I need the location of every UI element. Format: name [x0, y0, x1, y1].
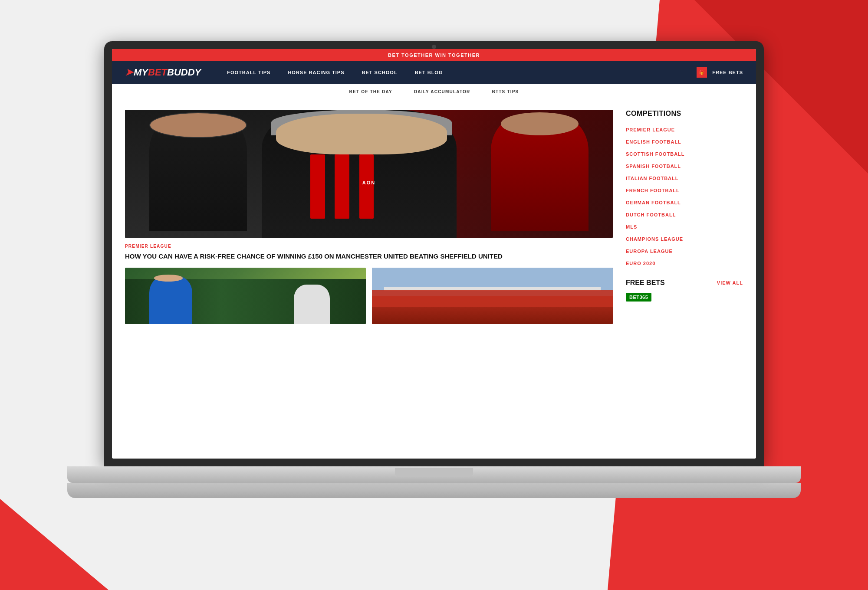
free-bets-section: FREE BETS VIEW ALL BET365 [626, 279, 743, 302]
laptop-base [67, 466, 801, 483]
top-bar-text: BET TOGETHER WIN TOGETHER [388, 52, 480, 58]
view-all-link[interactable]: VIEW ALL [717, 280, 743, 285]
competition-item: ENGLISH FOOTBALL [626, 138, 743, 145]
free-bets-title: FREE BETS [626, 279, 665, 287]
laptop-container: BET TOGETHER WIN TOGETHER ➤ MY BET BUDDY… [67, 41, 801, 531]
competition-item: PREMIER LEAGUE [626, 125, 743, 133]
competition-item: EURO 2020 [626, 259, 743, 267]
competition-scottish-football[interactable]: SCOTTISH FOOTBALL [626, 151, 685, 157]
nav-right: 🎁 FREE BETS [697, 67, 743, 78]
sidebar: COMPETITIONS PREMIER LEAGUE ENGLISH FOOT… [626, 110, 743, 324]
subnav-bet-of-the-day[interactable]: BET OF THE DAY [349, 89, 392, 94]
competition-item: DUTCH FOOTBALL [626, 210, 743, 218]
competition-dutch-football[interactable]: DUTCH FOOTBALL [626, 212, 676, 217]
competition-item: SPANISH FOOTBALL [626, 162, 743, 170]
logo-buddy: BUDDY [167, 67, 201, 78]
nav-link-football-tips[interactable]: FOOTBALL TIPS [227, 70, 270, 75]
subnav-daily-accumulator[interactable]: DAILY ACCUMULATOR [414, 89, 470, 94]
logo-bet: BET [148, 67, 167, 78]
main-content: AON PREMIER LEAGUE HOW YOU CAN HAVE A RI… [112, 100, 756, 334]
competition-item: CHAMPIONS LEAGUE [626, 235, 743, 243]
subnav-btts-tips[interactable]: BTTS TIPS [492, 89, 519, 94]
free-bets-icon: 🎁 [697, 67, 707, 78]
competition-europa-league[interactable]: EUROPA LEAGUE [626, 249, 673, 254]
competition-spanish-football[interactable]: SPANISH FOOTBALL [626, 164, 681, 169]
competition-italian-football[interactable]: ITALIAN FOOTBALL [626, 176, 679, 181]
competition-french-football[interactable]: FRENCH FOOTBALL [626, 188, 680, 193]
featured-image: AON [125, 110, 613, 238]
competition-english-football[interactable]: ENGLISH FOOTBALL [626, 139, 681, 144]
free-bets-header: FREE BETS VIEW ALL [626, 279, 743, 287]
aon-text: AON [296, 180, 442, 185]
article-title[interactable]: HOW YOU CAN HAVE A RISK-FREE CHANCE OF W… [125, 252, 613, 261]
free-bets-nav-label[interactable]: FREE BETS [712, 70, 743, 75]
competition-list: PREMIER LEAGUE ENGLISH FOOTBALL SCOTTISH… [626, 125, 743, 267]
competition-item: ITALIAN FOOTBALL [626, 174, 743, 182]
competition-mls[interactable]: MLS [626, 224, 637, 229]
competition-champions-league[interactable]: CHAMPIONS LEAGUE [626, 236, 683, 242]
competition-item: EUROPA LEAGUE [626, 247, 743, 255]
bet365-logo: BET365 [626, 293, 651, 302]
adidas-stripe-3 [359, 154, 374, 219]
logo-my: MY [134, 67, 148, 78]
laptop-lid: BET TOGETHER WIN TOGETHER ➤ MY BET BUDDY… [104, 41, 764, 466]
laptop-screen: BET TOGETHER WIN TOGETHER ➤ MY BET BUDDY… [112, 49, 756, 459]
player-blue-jersey [149, 276, 193, 324]
nav-links: FOOTBALL TIPS HORSE RACING TIPS BET SCHO… [227, 70, 697, 75]
laptop-bottom [67, 483, 801, 498]
adidas-stripe-1 [310, 154, 325, 219]
player-white-jersey [294, 285, 330, 324]
article-grid [125, 268, 613, 324]
competitions-title: COMPETITIONS [626, 110, 743, 118]
content-left: AON PREMIER LEAGUE HOW YOU CAN HAVE A RI… [125, 110, 613, 324]
bg-left [0, 0, 69, 590]
competition-item: GERMAN FOOTBALL [626, 198, 743, 206]
logo[interactable]: ➤ MY BET BUDDY [125, 67, 201, 78]
competition-premier-league[interactable]: PREMIER LEAGUE [626, 127, 675, 132]
adidas-stripe-2 [335, 154, 349, 219]
article-small-1[interactable] [125, 268, 366, 324]
article-tag[interactable]: PREMIER LEAGUE [125, 244, 613, 249]
featured-image-bg: AON [125, 110, 613, 238]
article-small-2[interactable] [372, 268, 613, 324]
competition-item: SCOTTISH FOOTBALL [626, 150, 743, 157]
laptop-camera [432, 45, 436, 49]
person-right-head [501, 112, 579, 135]
nav-link-horse-racing-tips[interactable]: HORSE RACING TIPS [288, 70, 344, 75]
website: BET TOGETHER WIN TOGETHER ➤ MY BET BUDDY… [112, 49, 756, 459]
competition-item: FRENCH FOOTBALL [626, 186, 743, 194]
main-person-face [276, 114, 447, 154]
player-head-1 [154, 275, 183, 282]
competition-item: MLS [626, 223, 743, 230]
nav-link-bet-school[interactable]: BET SCHOOL [362, 70, 398, 75]
competition-german-football[interactable]: GERMAN FOOTBALL [626, 200, 681, 205]
competition-euro-2020[interactable]: EURO 2020 [626, 261, 655, 266]
top-bar: BET TOGETHER WIN TOGETHER [112, 49, 756, 61]
stadium-upper-stand [372, 290, 613, 307]
bet365-item[interactable]: BET365 [626, 293, 743, 302]
nav-link-bet-blog[interactable]: BET BLOG [415, 70, 443, 75]
person-left-head [149, 112, 247, 138]
sub-nav: BET OF THE DAY DAILY ACCUMULATOR BTTS TI… [112, 84, 756, 100]
main-nav: ➤ MY BET BUDDY FOOTBALL TIPS HORSE RACIN… [112, 61, 756, 84]
logo-arrow: ➤ [125, 67, 133, 78]
